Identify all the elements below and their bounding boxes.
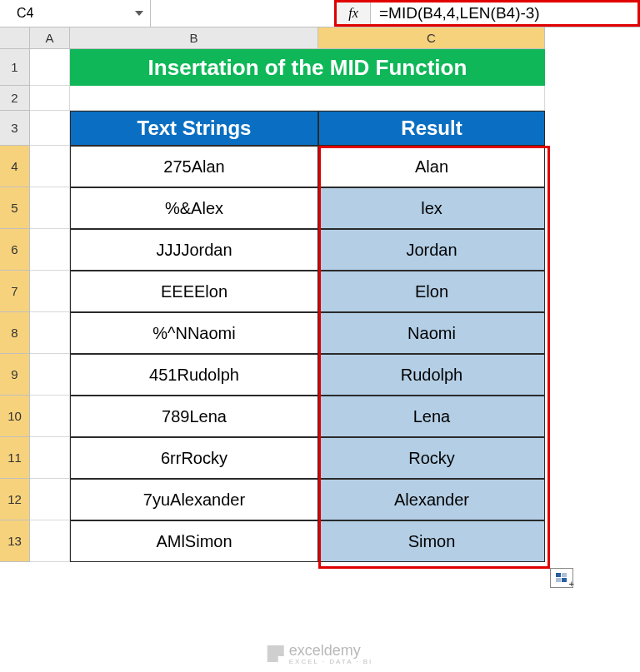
cell-b4[interactable]: 275Alan (70, 146, 318, 187)
plus-icon: + (569, 579, 574, 589)
row-header-10[interactable]: 10 (0, 396, 30, 437)
cell-b11[interactable]: 6rrRocky (70, 437, 318, 479)
svg-rect-2 (556, 578, 561, 582)
title-cell[interactable]: Insertation of the MID Function (70, 49, 545, 86)
svg-rect-1 (562, 573, 567, 577)
cell-c5[interactable]: lex (318, 187, 545, 229)
cell-a10[interactable] (30, 396, 70, 437)
cell-c6[interactable]: Jordan (318, 229, 545, 271)
cell-c11[interactable]: Rocky (318, 437, 545, 479)
row-header-12[interactable]: 12 (0, 479, 30, 520)
cell-a7[interactable] (30, 271, 70, 312)
row-header-8[interactable]: 8 (0, 312, 30, 354)
name-box[interactable]: C4 (0, 0, 151, 27)
cell-a8[interactable] (30, 312, 70, 354)
fx-button[interactable]: fx (337, 2, 371, 24)
cell-c12[interactable]: Alexander (318, 479, 545, 520)
row-header-11[interactable]: 11 (0, 437, 30, 479)
cell-b9[interactable]: 451Rudolph (70, 354, 318, 396)
cell-b10[interactable]: 789Lena (70, 396, 318, 437)
cell-c8[interactable]: Naomi (318, 312, 545, 354)
cell-c9[interactable]: Rudolph (318, 354, 545, 396)
cell-b7[interactable]: EEEElon (70, 271, 318, 312)
select-all-corner[interactable] (0, 27, 30, 49)
formula-input-wrap: fx =MID(B4,4,LEN(B4)-3) (334, 0, 640, 27)
cell-b6[interactable]: JJJJordan (70, 229, 318, 271)
cell-bc2[interactable] (70, 86, 545, 111)
brand-tagline: EXCEL · DATA · BI (289, 658, 373, 665)
cell-a5[interactable] (30, 187, 70, 229)
formula-input[interactable]: =MID(B4,4,LEN(B4)-3) (371, 2, 638, 24)
cell-c10[interactable]: Lena (318, 396, 545, 437)
cell-a12[interactable] (30, 479, 70, 520)
cell-b5[interactable]: %&Alex (70, 187, 318, 229)
row-header-4[interactable]: 4 (0, 146, 30, 187)
cell-a13[interactable] (30, 520, 70, 562)
row-header-3[interactable]: 3 (0, 111, 30, 146)
row-header-13[interactable]: 13 (0, 520, 30, 562)
header-text-strings[interactable]: Text Strings (70, 111, 318, 146)
row-header-5[interactable]: 5 (0, 187, 30, 229)
brand-name: exceldemy (289, 642, 373, 660)
cell-a4[interactable] (30, 146, 70, 187)
name-box-value: C4 (17, 6, 33, 21)
formula-text: =MID(B4,4,LEN(B4)-3) (379, 4, 540, 22)
cell-a3[interactable] (30, 111, 70, 146)
formula-bar: C4 fx =MID(B4,4,LEN(B4)-3) (0, 0, 640, 27)
cell-b13[interactable]: AMlSimon (70, 520, 318, 562)
row-header-2[interactable]: 2 (0, 86, 30, 111)
cell-a6[interactable] (30, 229, 70, 271)
cell-b8[interactable]: %^NNaomi (70, 312, 318, 354)
cell-a9[interactable] (30, 354, 70, 396)
cell-c4[interactable]: Alan (318, 146, 545, 187)
fx-icon: fx (348, 6, 358, 21)
cell-a1[interactable] (30, 49, 70, 86)
col-header-a[interactable]: A (30, 27, 70, 49)
row-header-7[interactable]: 7 (0, 271, 30, 312)
svg-rect-3 (562, 578, 567, 582)
cell-b12[interactable]: 7yuAlexander (70, 479, 318, 520)
cell-c7[interactable]: Elon (318, 271, 545, 312)
logo-icon (268, 645, 284, 662)
row-header-9[interactable]: 9 (0, 354, 30, 396)
cell-a11[interactable] (30, 437, 70, 479)
row-header-1[interactable]: 1 (0, 49, 30, 86)
cell-a2[interactable] (30, 86, 70, 111)
cell-c13[interactable]: Simon (318, 520, 545, 562)
svg-rect-0 (556, 573, 561, 577)
chevron-down-icon[interactable] (135, 11, 143, 16)
branding-logo: exceldemy EXCEL · DATA · BI (268, 642, 373, 665)
col-header-b[interactable]: B (70, 27, 318, 49)
spreadsheet-grid: A B C 1 Insertation of the MID Function … (0, 27, 640, 562)
col-header-c[interactable]: C (318, 27, 545, 49)
row-header-6[interactable]: 6 (0, 229, 30, 271)
autofill-options-icon[interactable]: + (550, 568, 573, 588)
header-result[interactable]: Result (318, 111, 545, 146)
